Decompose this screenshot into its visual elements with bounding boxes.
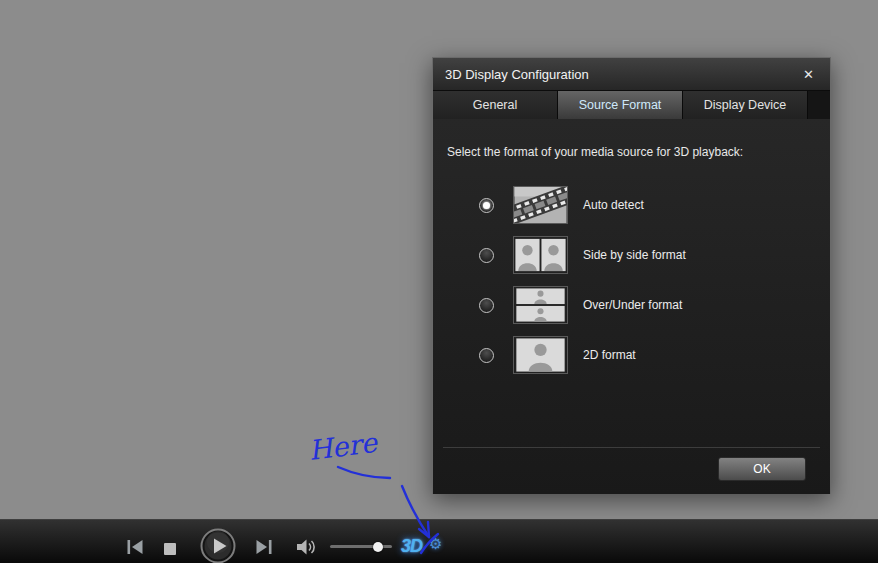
film-strip-icon [513, 186, 568, 224]
option-label-auto-detect: Auto detect [583, 198, 644, 212]
radio-over-under[interactable] [479, 298, 494, 313]
dialog-content: Select the format of your media source f… [433, 119, 830, 494]
play-icon [200, 550, 236, 563]
stop-icon [164, 541, 176, 558]
radio-side-by-side[interactable] [479, 248, 494, 263]
2d-format-icon [513, 336, 568, 374]
stop-button[interactable] [164, 541, 176, 559]
next-button[interactable] [255, 540, 272, 558]
format-options-list: Auto detect [433, 180, 830, 380]
option-label-2d-format: 2D format [583, 348, 636, 362]
tab-bar-filler [808, 91, 830, 119]
side-by-side-icon [513, 236, 568, 274]
radio-auto-detect[interactable] [479, 198, 494, 213]
option-auto-detect[interactable]: Auto detect [433, 180, 830, 230]
close-icon[interactable]: ✕ [799, 65, 818, 84]
play-button[interactable] [200, 528, 236, 563]
option-label-over-under: Over/Under format [583, 298, 682, 312]
option-over-under[interactable]: Over/Under format [433, 280, 830, 330]
volume-slider[interactable] [330, 545, 392, 548]
tab-display-device[interactable]: Display Device [683, 91, 808, 119]
tab-source-format[interactable]: Source Format [558, 91, 683, 119]
over-under-icon [513, 286, 568, 324]
tab-general[interactable]: General [433, 91, 558, 119]
option-2d-format[interactable]: 2D format [433, 330, 830, 380]
annotation-here-text: Here [307, 427, 381, 466]
next-icon [255, 540, 272, 557]
volume-button[interactable] [297, 539, 317, 559]
instruction-text: Select the format of your media source f… [433, 119, 830, 159]
ok-button[interactable]: OK [718, 457, 806, 481]
volume-icon [297, 541, 317, 558]
volume-knob[interactable] [373, 542, 383, 552]
gear-icon[interactable]: ⚙ [429, 535, 442, 553]
option-side-by-side[interactable]: Side by side format [433, 230, 830, 280]
radio-2d-format[interactable] [479, 348, 494, 363]
dialog-title: 3D Display Configuration [445, 67, 799, 82]
dialog-divider [443, 447, 820, 448]
3d-mode-button[interactable]: 3D [401, 536, 422, 557]
desktop-background: 3D Display Configuration ✕ General Sourc… [0, 0, 878, 563]
dialog-titlebar: 3D Display Configuration ✕ [433, 58, 830, 91]
option-label-side-by-side: Side by side format [583, 248, 686, 262]
dialog-tab-bar: General Source Format Display Device [433, 91, 830, 119]
previous-icon [127, 540, 144, 557]
previous-button[interactable] [127, 540, 144, 558]
player-control-bar: 3D ⚙ [0, 519, 878, 563]
3d-display-configuration-dialog: 3D Display Configuration ✕ General Sourc… [432, 57, 831, 494]
